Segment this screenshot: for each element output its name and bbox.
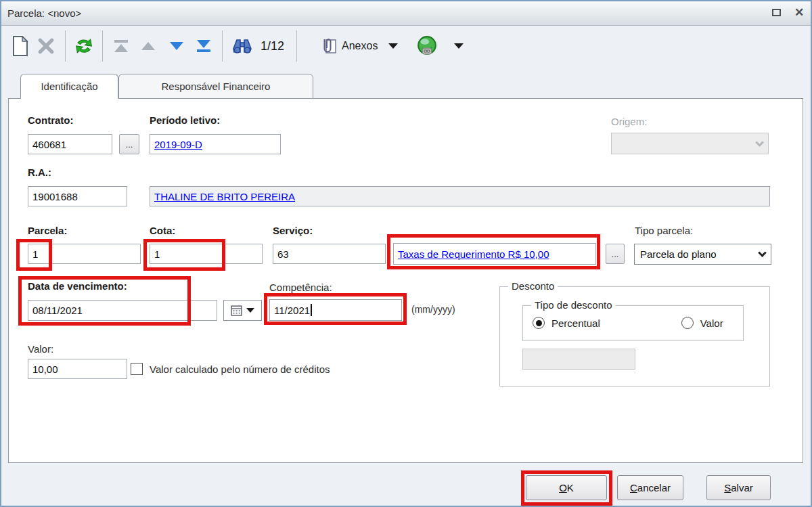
maximize-button[interactable] <box>770 6 782 18</box>
last-record-button[interactable] <box>192 31 215 61</box>
valor-calculado-checkbox[interactable] <box>131 363 143 375</box>
periodo-letivo-field: 2019-09-D <box>150 134 281 154</box>
new-record-button[interactable] <box>8 31 32 61</box>
origem-label: Origem: <box>611 116 647 127</box>
window-controls: ✕ <box>770 6 805 18</box>
toolbar-separator <box>65 30 66 62</box>
anexos-label: Anexos <box>342 40 378 52</box>
toolbar-separator <box>296 30 297 62</box>
close-icon: ✕ <box>794 7 804 18</box>
valor-input[interactable]: 10,00 <box>28 359 127 379</box>
window-title: Parcela: <novo> <box>7 7 81 19</box>
contrato-input[interactable]: 460681 <box>28 134 112 154</box>
ellipsis-icon: ... <box>612 249 619 259</box>
tipo-desconto-groupbox: Tipo de desconto Percentual Valor <box>522 305 744 341</box>
aluno-name-link[interactable]: THALINE DE BRITO PEREIRA <box>154 191 295 202</box>
new-document-icon <box>12 36 28 56</box>
origem-select <box>611 133 769 154</box>
date-picker-button[interactable] <box>223 300 262 321</box>
periodo-letivo-label: Período letivo: <box>150 114 220 126</box>
parcela-dialog: Parcela: <novo> ✕ <box>0 0 812 507</box>
anexos-dropdown-arrow-icon <box>388 43 398 49</box>
previous-record-icon <box>141 42 155 50</box>
servico-input[interactable]: 63 <box>273 244 386 264</box>
ra-label: R.A.: <box>28 167 51 178</box>
parcela-label: Parcela: <box>28 225 67 236</box>
date-dropdown-arrow-icon <box>246 308 254 313</box>
ellipsis-icon: ... <box>126 139 133 150</box>
servico-browse-button[interactable]: ... <box>606 244 625 264</box>
tab-responsavel-financeiro[interactable]: Responsável Financeiro <box>118 74 313 99</box>
desconto-valor-input <box>522 349 635 370</box>
previous-record-button[interactable] <box>137 31 160 61</box>
data-vencimento-label: Data de vencimento: <box>28 280 127 292</box>
parcela-input[interactable]: 1 <box>28 244 141 264</box>
valor-radio[interactable] <box>681 317 694 329</box>
paperclip-icon <box>320 37 338 56</box>
tab-label: Responsável Financeiro <box>162 81 271 92</box>
tipo-desconto-legend: Tipo de desconto <box>531 299 616 311</box>
tab-identificacao[interactable]: Identificação <box>20 74 118 99</box>
last-record-icon <box>197 40 210 52</box>
globe-icon <box>416 35 438 57</box>
tab-label: Identificação <box>41 81 97 92</box>
identificacao-panel: Contrato: 460681 ... Período letivo: 201… <box>8 98 803 463</box>
binoculars-search-icon <box>231 37 253 55</box>
percentual-radio-label: Percentual <box>551 317 600 329</box>
servico-desc-link[interactable]: Taxas de Requerimento R$ 10,00 <box>398 248 549 260</box>
calendar-icon <box>231 305 242 316</box>
chevron-down-icon <box>755 138 764 147</box>
toolbar-separator <box>222 30 223 62</box>
percentual-radio[interactable] <box>533 317 545 329</box>
text-caret <box>311 304 312 316</box>
cota-input[interactable]: 1 <box>150 244 263 264</box>
valor-calculado-label: Valor calculado pelo número de créditos <box>150 363 330 375</box>
data-vencimento-input[interactable]: 08/11/2021 <box>28 300 217 321</box>
toolbar: 1/12 Anexos <box>1 26 811 66</box>
servico-label: Serviço: <box>273 225 313 236</box>
contrato-label: Contrato: <box>28 114 74 126</box>
competencia-label: Competência: <box>269 282 332 293</box>
chevron-down-icon <box>758 248 767 257</box>
first-record-button[interactable] <box>110 31 133 61</box>
tipo-parcela-label: Tipo parcela: <box>635 225 693 236</box>
refresh-button[interactable] <box>71 31 97 61</box>
contrato-browse-button[interactable]: ... <box>119 134 139 154</box>
aluno-name-field: THALINE DE BRITO PEREIRA <box>150 186 770 206</box>
valor-radio-label: Valor <box>700 317 723 329</box>
cancelar-button[interactable]: Cancelar <box>617 475 683 500</box>
servico-desc-field: Taxas de Requerimento R$ 10,00 <box>393 243 596 265</box>
next-record-button[interactable] <box>165 31 188 61</box>
anexos-button[interactable]: Anexos <box>320 31 398 61</box>
periodo-letivo-link[interactable]: 2019-09-D <box>154 139 202 150</box>
valor-label: Valor: <box>28 343 53 355</box>
next-record-icon <box>170 42 183 50</box>
process-button[interactable] <box>414 31 440 61</box>
toolbar-separator <box>102 30 103 62</box>
process-dropdown-button[interactable] <box>451 31 467 61</box>
close-button[interactable]: ✕ <box>793 6 805 18</box>
tipo-parcela-select[interactable]: Parcela do plano <box>634 244 771 265</box>
record-counter: 1/12 <box>261 39 284 53</box>
ra-input[interactable]: 19001688 <box>28 186 127 206</box>
delete-x-icon <box>37 37 55 55</box>
title-bar: Parcela: <novo> ✕ <box>1 1 811 26</box>
refresh-icon <box>74 36 94 56</box>
salvar-button[interactable]: Salvar <box>706 475 771 500</box>
first-record-icon <box>114 40 128 52</box>
desconto-legend: Desconto <box>508 280 558 292</box>
competencia-format-hint: (mm/yyyy) <box>411 304 455 315</box>
process-dropdown-arrow-icon <box>454 43 464 49</box>
cota-label: Cota: <box>150 225 175 236</box>
delete-record-button[interactable] <box>32 31 60 61</box>
maximize-icon <box>772 9 781 16</box>
competencia-input[interactable]: 11/2021 <box>269 299 402 321</box>
search-button[interactable] <box>229 31 255 61</box>
ok-button[interactable]: OK <box>526 475 607 500</box>
desconto-groupbox: Desconto Tipo de desconto Percentual Val… <box>499 286 770 387</box>
